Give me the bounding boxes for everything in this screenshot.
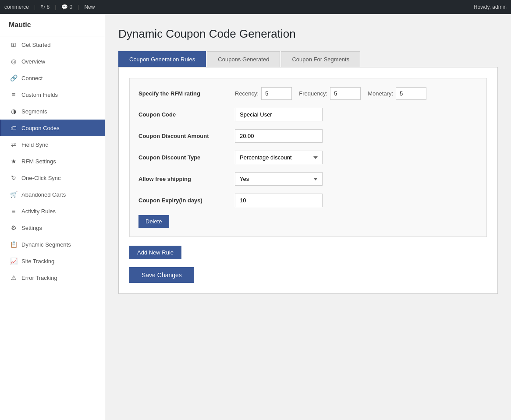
settings-icon: ⚙ <box>10 224 17 231</box>
coupon-expiry-row: Coupon Expiry(in days) <box>138 194 478 207</box>
coupon-codes-icon: 🏷 <box>10 124 17 131</box>
sidebar-label-abandoned-carts: Abandoned Carts <box>21 191 66 198</box>
overview-icon: ◎ <box>10 58 17 65</box>
sidebar-item-custom-fields[interactable]: ≡ Custom Fields <box>0 86 105 103</box>
discount-amount-row: Coupon Discount Amount <box>138 129 478 143</box>
admin-bar-user: Howdy, admin <box>474 4 507 10</box>
rfm-inputs: Recency: Frequency: Monetary: <box>235 87 426 100</box>
sidebar-label-dynamic-segments: Dynamic Segments <box>21 241 71 248</box>
field-sync-icon: ⇄ <box>10 141 17 148</box>
grid-icon: ⊞ <box>10 41 17 48</box>
cart-icon: 🛒 <box>10 191 17 198</box>
admin-bar-left: commerce | ↻ 8 | 💬 0 | New <box>4 4 95 10</box>
free-shipping-label: Allow free shipping <box>138 176 235 182</box>
sidebar-item-field-sync[interactable]: ⇄ Field Sync <box>0 136 105 153</box>
monetary-group: Monetary: <box>368 87 426 100</box>
sidebar-item-overview[interactable]: ◎ Overview <box>0 53 105 70</box>
discount-amount-input[interactable] <box>235 129 323 143</box>
free-shipping-select[interactable]: Yes No <box>235 172 323 186</box>
sidebar-label-settings: Settings <box>21 225 42 231</box>
sidebar-label-error-tracking: Error Tracking <box>21 275 57 281</box>
free-shipping-row: Allow free shipping Yes No <box>138 172 478 186</box>
sidebar-label-get-started: Get Started <box>21 42 50 48</box>
recency-group: Recency: <box>235 87 292 100</box>
discount-amount-label: Coupon Discount Amount <box>138 133 235 139</box>
coupon-expiry-input[interactable] <box>235 194 323 207</box>
coupon-code-input[interactable] <box>235 108 323 121</box>
activity-rules-icon: ≡ <box>10 208 17 215</box>
sidebar-item-dynamic-segments[interactable]: 📋 Dynamic Segments <box>0 236 105 253</box>
save-changes-button[interactable]: Save Changes <box>129 267 194 283</box>
sidebar-item-one-click-sync[interactable]: ↻ One-Click Sync <box>0 169 105 186</box>
discount-type-label: Coupon Discount Type <box>138 154 235 161</box>
sidebar-label-activity-rules: Activity Rules <box>21 208 56 215</box>
sidebar-brand: Mautic <box>0 14 105 36</box>
recency-input[interactable] <box>261 87 292 100</box>
admin-bar-new[interactable]: New <box>84 4 95 10</box>
frequency-label: Frequency: <box>299 90 327 97</box>
recency-label: Recency: <box>235 90 259 97</box>
monetary-input[interactable] <box>396 87 426 100</box>
sidebar-item-connect[interactable]: 🔗 Connect <box>0 70 105 86</box>
segments-icon: ◑ <box>10 108 17 115</box>
sidebar-label-coupon-codes: Coupon Codes <box>21 125 60 131</box>
sidebar-item-activity-rules[interactable]: ≡ Activity Rules <box>0 203 105 219</box>
sidebar-label-overview: Overview <box>21 58 45 65</box>
sidebar-item-rfm-settings[interactable]: ★ RFM Settings <box>0 153 105 169</box>
page-title: Dynamic Coupon Code Generation <box>118 27 498 41</box>
sync-icon: ↻ <box>10 174 17 181</box>
site-tracking-icon: 📈 <box>10 258 17 265</box>
coupon-code-row: Coupon Code <box>138 108 478 121</box>
rfm-label: Specify the RFM rating <box>138 90 235 97</box>
custom-fields-icon: ≡ <box>10 91 17 98</box>
sidebar-label-segments: Segments <box>21 108 47 115</box>
delete-button[interactable]: Delete <box>138 215 169 228</box>
form-container: Specify the RFM rating Recency: Frequenc… <box>118 67 498 294</box>
sidebar-item-error-tracking[interactable]: ⚠ Error Tracking <box>0 269 105 286</box>
monetary-label: Monetary: <box>368 90 393 97</box>
coupon-code-label: Coupon Code <box>138 111 235 118</box>
discount-type-select[interactable]: Percentage discount Fixed discount <box>235 151 323 164</box>
frequency-group: Frequency: <box>299 87 361 100</box>
rule-block: Specify the RFM rating Recency: Frequenc… <box>129 78 487 237</box>
tab-coupon-for-segments[interactable]: Coupon For Segments <box>281 51 360 67</box>
sidebar-label-connect: Connect <box>21 75 43 81</box>
sidebar-label-field-sync: Field Sync <box>21 141 48 148</box>
tab-coupons-generated[interactable]: Coupons Generated <box>207 51 280 67</box>
sidebar-item-segments[interactable]: ◑ Segments <box>0 103 105 120</box>
sidebar-item-coupon-codes[interactable]: 🏷 Coupon Codes <box>0 120 105 136</box>
sidebar-label-one-click-sync: One-Click Sync <box>21 175 61 181</box>
sidebar-item-get-started[interactable]: ⊞ Get Started <box>0 36 105 53</box>
admin-bar-updates[interactable]: ↻ 8 <box>41 4 50 10</box>
main-content: Dynamic Coupon Code Generation Coupon Ge… <box>105 14 511 420</box>
sidebar-item-site-tracking[interactable]: 📈 Site Tracking <box>0 253 105 269</box>
admin-bar: commerce | ↻ 8 | 💬 0 | New Howdy, admin <box>0 0 511 14</box>
sidebar-item-settings[interactable]: ⚙ Settings <box>0 219 105 236</box>
add-new-rule-button[interactable]: Add New Rule <box>129 246 181 259</box>
tab-coupon-generation-rules[interactable]: Coupon Generation Rules <box>118 51 206 67</box>
dynamic-segments-icon: 📋 <box>10 241 17 248</box>
connect-icon: 🔗 <box>10 74 17 81</box>
admin-bar-site[interactable]: commerce <box>4 4 29 10</box>
discount-type-row: Coupon Discount Type Percentage discount… <box>138 151 478 164</box>
sidebar: Mautic ⊞ Get Started ◎ Overview 🔗 Connec… <box>0 14 105 420</box>
error-tracking-icon: ⚠ <box>10 274 17 281</box>
rfm-row: Specify the RFM rating Recency: Frequenc… <box>138 87 478 100</box>
rfm-icon: ★ <box>10 158 17 165</box>
sidebar-label-custom-fields: Custom Fields <box>21 92 58 98</box>
sidebar-label-site-tracking: Site Tracking <box>21 258 54 265</box>
tabs: Coupon Generation Rules Coupons Generate… <box>118 51 498 67</box>
coupon-expiry-label: Coupon Expiry(in days) <box>138 197 235 204</box>
sidebar-item-abandoned-carts[interactable]: 🛒 Abandoned Carts <box>0 186 105 203</box>
frequency-input[interactable] <box>330 87 361 100</box>
sidebar-label-rfm-settings: RFM Settings <box>21 158 56 165</box>
admin-bar-comments[interactable]: 💬 0 <box>61 4 72 10</box>
